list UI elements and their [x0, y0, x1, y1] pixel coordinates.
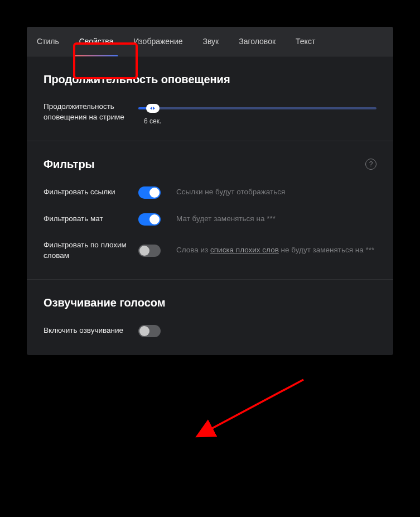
- filter-badwords-desc: Слова из списка плохих слов не будут зам…: [174, 245, 376, 256]
- section-voice: Озвучивание голосом Включить озвучивание: [27, 280, 393, 355]
- tabs-bar: Стиль Свойства Изображение Звук Заголово…: [27, 27, 393, 56]
- voice-row: Включить озвучивание: [44, 325, 376, 337]
- voice-label: Включить озвучивание: [44, 325, 138, 336]
- filter-profanity-label: Фильтровать мат: [44, 214, 138, 224]
- bad-words-list-link[interactable]: списка плохих слов: [210, 246, 279, 254]
- svg-line-1: [209, 380, 303, 430]
- slider-value-label: 6 сек.: [144, 117, 161, 125]
- filter-badwords-label: Фильтровать по плохим словам: [44, 240, 138, 261]
- voice-toggle[interactable]: [138, 325, 161, 337]
- filter-row-links: Фильтровать ссылки Ссылки не будут отобр…: [44, 186, 376, 199]
- filter-links-desc: Ссылки не будут отображаться: [174, 187, 376, 198]
- duration-heading: Продолжительность оповещения: [44, 73, 376, 86]
- filter-badwords-toggle[interactable]: [138, 245, 161, 257]
- tab-title[interactable]: Заголовок: [229, 27, 286, 56]
- settings-panel: Стиль Свойства Изображение Звук Заголово…: [27, 27, 393, 355]
- section-duration: Продолжительность оповещения Продолжител…: [27, 56, 393, 141]
- slider-thumb[interactable]: [146, 104, 160, 113]
- voice-heading: Озвучивание голосом: [44, 296, 376, 309]
- filter-row-badwords: Фильтровать по плохим словам Слова из сп…: [44, 240, 376, 261]
- filter-links-toggle[interactable]: [138, 186, 161, 199]
- tab-style[interactable]: Стиль: [27, 27, 69, 56]
- duration-slider[interactable]: 6 сек.: [138, 107, 376, 109]
- filters-heading: Фильтры: [44, 158, 95, 171]
- filter-profanity-desc: Мат будет заменяться на ***: [174, 214, 376, 224]
- filter-profanity-toggle[interactable]: [138, 213, 161, 226]
- section-filters: Фильтры ? Фильтровать ссылки Ссылки не б…: [27, 141, 393, 280]
- tab-text[interactable]: Текст: [286, 27, 325, 56]
- duration-label: Продолжительность оповещения на стриме: [44, 102, 138, 123]
- tab-properties[interactable]: Свойства: [69, 27, 123, 56]
- filter-row-profanity: Фильтровать мат Мат будет заменяться на …: [44, 213, 376, 226]
- filter-links-label: Фильтровать ссылки: [44, 187, 138, 198]
- tab-sound[interactable]: Звук: [193, 27, 229, 56]
- help-icon[interactable]: ?: [365, 159, 376, 170]
- tab-image[interactable]: Изображение: [123, 27, 192, 56]
